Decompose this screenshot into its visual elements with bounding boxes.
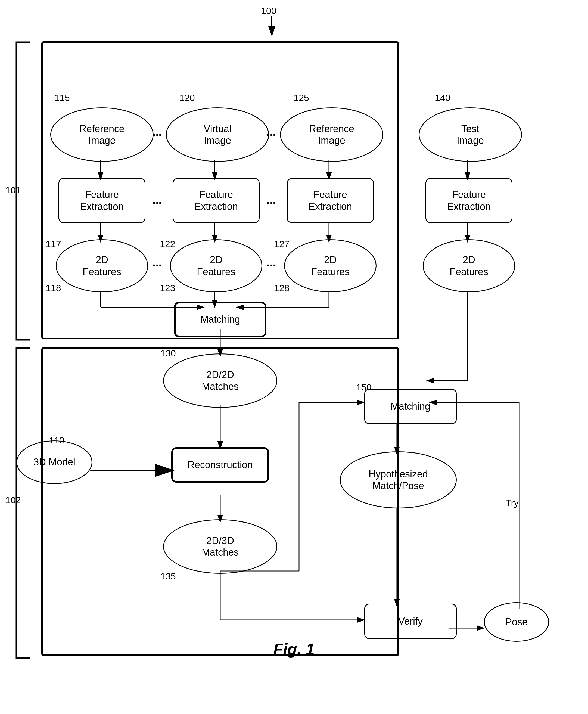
label-140: 140: [435, 92, 450, 103]
reconstruction-node: Reconstruction: [171, 447, 269, 483]
svg-text:···: ···: [267, 197, 276, 209]
label-115: 115: [55, 92, 70, 103]
matching-bottom-node: Matching: [364, 389, 457, 424]
label-117: 117: [46, 239, 61, 249]
label-130: 130: [161, 348, 176, 359]
matching-top-node: Matching: [174, 302, 267, 337]
feat-extraction-2-node: Feature Extraction: [173, 178, 259, 223]
diagram: ··· ··· ··· ··· ··· ··· 100 Reference Im…: [0, 0, 588, 680]
svg-text:···: ···: [267, 259, 276, 271]
svg-text:···: ···: [152, 197, 162, 209]
label-try: Try: [506, 498, 519, 508]
svg-text:···: ···: [152, 129, 162, 141]
model-3d-node: 3D Model: [16, 440, 92, 484]
feat-2d-2-node: 2D Features: [170, 239, 262, 292]
matches-2d3d-node: 2D/3D Matches: [163, 519, 277, 574]
pose-node: Pose: [484, 602, 549, 642]
feat-extraction-3-node: Feature Extraction: [287, 178, 374, 223]
ref-image-2-node: Reference Image: [280, 107, 383, 162]
label-101: 101: [5, 185, 21, 195]
label-122: 122: [160, 239, 175, 249]
label-127: 127: [274, 239, 290, 249]
label-100: 100: [261, 5, 276, 16]
verify-node: Verify: [364, 604, 457, 639]
feat-extraction-1-node: Feature Extraction: [59, 178, 145, 223]
label-128: 128: [274, 283, 290, 293]
feat-2d-4-node: 2D Features: [423, 239, 515, 292]
figure-caption: Fig. 1: [273, 640, 315, 658]
label-110: 110: [49, 435, 64, 446]
virtual-image-node: Virtual Image: [166, 107, 269, 162]
feat-2d-1-node: 2D Features: [56, 239, 148, 292]
test-image-node: Test Image: [419, 107, 522, 162]
feat-extraction-4-node: Feature Extraction: [425, 178, 512, 223]
hyp-match-node: Hypothesized Match/Pose: [340, 451, 457, 508]
label-123: 123: [160, 283, 175, 293]
matches-2d2d-node: 2D/2D Matches: [163, 354, 277, 408]
svg-text:···: ···: [152, 259, 162, 271]
label-118: 118: [46, 283, 61, 293]
feat-2d-3-node: 2D Features: [284, 239, 377, 292]
label-102: 102: [5, 495, 21, 505]
label-125: 125: [294, 92, 309, 103]
ref-image-1-node: Reference Image: [50, 107, 153, 162]
label-150: 150: [356, 382, 372, 393]
label-120: 120: [180, 92, 195, 103]
label-135: 135: [161, 571, 176, 582]
